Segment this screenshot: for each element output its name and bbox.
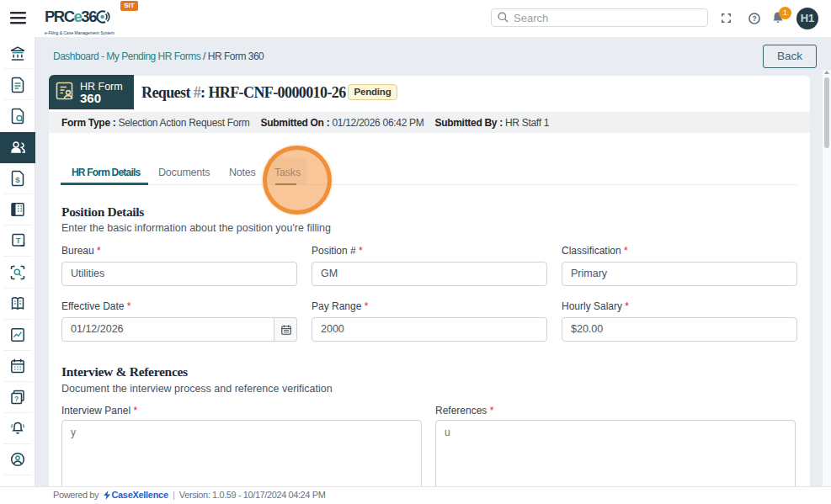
svg-text:T: T bbox=[16, 236, 21, 245]
svg-text:?: ? bbox=[752, 14, 756, 23]
svg-text:?: ? bbox=[14, 395, 19, 403]
svg-text:$: $ bbox=[15, 175, 20, 184]
